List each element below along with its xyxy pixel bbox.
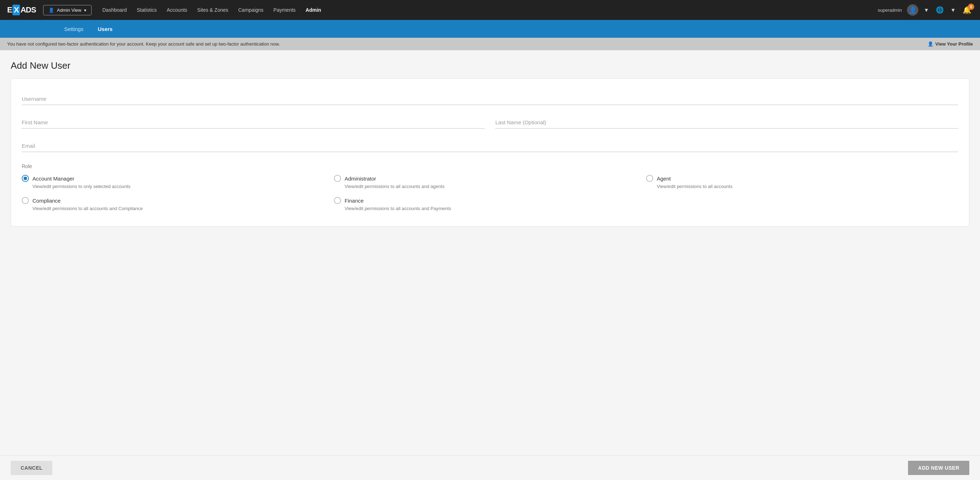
top-navigation: EXADS 👤 Admin View Dashboard Statistics … xyxy=(0,0,980,20)
role-agent-desc: View/edit permissions to all accounts xyxy=(657,184,958,190)
avatar[interactable]: 👤 xyxy=(907,4,918,16)
role-administrator-header: Administrator xyxy=(334,175,646,182)
nav-links: Dashboard Statistics Accounts Sites & Zo… xyxy=(102,6,878,14)
alert-bar: You have not configured two-factor authe… xyxy=(0,38,980,50)
sub-navigation: Settings Users xyxy=(0,20,980,38)
role-administrator-radio[interactable] xyxy=(334,175,341,182)
view-profile-link[interactable]: 👤 View Your Profile xyxy=(928,41,973,47)
role-administrator-desc: View/edit permissions to all accounts an… xyxy=(345,184,646,190)
logo-x: X xyxy=(13,5,20,15)
subnav-users[interactable]: Users xyxy=(91,21,120,37)
role-account-manager: Account Manager View/edit permissions to… xyxy=(22,175,334,190)
nav-right: superadmin 👤 ▾ 🌐 ▾ 🔔 8 xyxy=(878,4,973,16)
role-section: Role Account Manager View/edit permissio… xyxy=(22,163,958,212)
role-agent-name: Agent xyxy=(657,176,671,182)
role-compliance-name: Compliance xyxy=(32,198,60,204)
role-account-manager-radio[interactable] xyxy=(22,175,29,182)
nav-accounts[interactable]: Accounts xyxy=(167,6,188,14)
view-profile-label: View Your Profile xyxy=(935,41,973,47)
role-compliance-radio[interactable] xyxy=(22,197,29,204)
nav-sites-zones[interactable]: Sites & Zones xyxy=(197,6,228,14)
role-administrator-name: Administrator xyxy=(345,176,376,182)
nav-payments[interactable]: Payments xyxy=(273,6,296,14)
admin-icon: 👤 xyxy=(48,8,54,13)
notification-button[interactable]: 🔔 8 xyxy=(961,4,973,16)
main-content: Add New User Role xyxy=(0,50,980,473)
role-finance-radio[interactable] xyxy=(334,197,341,204)
nav-dashboard[interactable]: Dashboard xyxy=(102,6,127,14)
logo-ads: ADS xyxy=(20,5,36,14)
first-name-input[interactable] xyxy=(22,116,485,128)
last-name-input[interactable] xyxy=(495,116,958,128)
last-name-group xyxy=(495,116,958,128)
email-input[interactable] xyxy=(22,140,958,152)
role-account-manager-desc: View/edit permissions to only selected a… xyxy=(32,184,334,190)
logo-ex: E xyxy=(7,5,12,14)
admin-view-label: Admin View xyxy=(57,8,81,13)
cancel-button[interactable]: CANCEL xyxy=(11,461,52,473)
role-account-manager-name: Account Manager xyxy=(32,176,75,182)
subnav-settings[interactable]: Settings xyxy=(57,21,91,37)
name-row xyxy=(22,116,958,128)
role-administrator: Administrator View/edit permissions to a… xyxy=(334,175,646,190)
admin-view-chevron-icon xyxy=(84,8,86,13)
account-dropdown-button[interactable]: ▾ xyxy=(923,5,929,15)
username-group xyxy=(22,93,958,105)
alert-message: You have not configured two-factor authe… xyxy=(7,41,923,47)
role-finance-header: Finance xyxy=(334,197,646,204)
role-finance: Finance View/edit permissions to all acc… xyxy=(334,197,646,212)
nav-statistics[interactable]: Statistics xyxy=(137,6,157,14)
form-card: Role Account Manager View/edit permissio… xyxy=(11,78,969,227)
role-agent-radio[interactable] xyxy=(646,175,653,182)
role-grid: Account Manager View/edit permissions to… xyxy=(22,175,958,212)
globe-icon-button[interactable]: 🌐 xyxy=(934,5,945,15)
role-compliance-header: Compliance xyxy=(22,197,334,204)
add-new-user-button[interactable]: ADD NEW USER xyxy=(908,461,969,473)
page-title: Add New User xyxy=(11,60,969,71)
role-compliance: Compliance View/edit permissions to all … xyxy=(22,197,334,212)
admin-view-button[interactable]: 👤 Admin View xyxy=(43,5,92,15)
bottom-bar: CANCEL ADD NEW USER xyxy=(0,455,980,473)
notification-badge: 8 xyxy=(968,3,974,10)
role-agent: Agent View/edit permissions to all accou… xyxy=(646,175,958,190)
role-agent-header: Agent xyxy=(646,175,958,182)
role-finance-name: Finance xyxy=(345,198,363,204)
role-account-manager-header: Account Manager xyxy=(22,175,334,182)
profile-icon: 👤 xyxy=(928,41,933,47)
logo[interactable]: EXADS xyxy=(7,5,36,15)
username-input[interactable] xyxy=(22,93,958,105)
nav-admin[interactable]: Admin xyxy=(306,6,321,14)
first-name-group xyxy=(22,116,485,128)
username-label: superadmin xyxy=(878,8,902,13)
email-group xyxy=(22,140,958,152)
role-finance-desc: View/edit permissions to all accounts an… xyxy=(345,206,646,212)
role-label: Role xyxy=(22,163,958,169)
role-compliance-desc: View/edit permissions to all accounts an… xyxy=(32,206,334,212)
globe-dropdown-button[interactable]: ▾ xyxy=(950,5,956,15)
nav-campaigns[interactable]: Campaigns xyxy=(239,6,264,14)
